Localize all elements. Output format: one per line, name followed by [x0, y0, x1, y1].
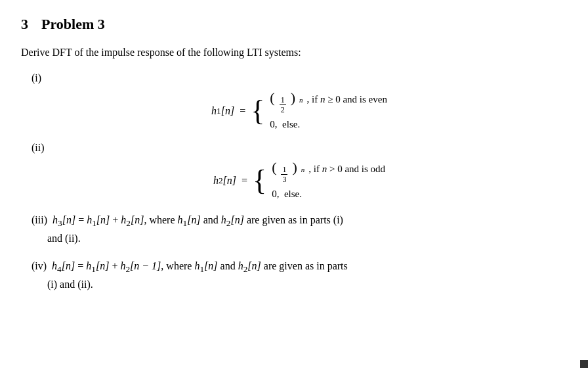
part-iii-arg1b: [n] [187, 214, 200, 225]
part-ii-case1-text: , if n > 0 and is odd [308, 162, 385, 176]
part-i-case2-text: 0, else. [270, 118, 300, 131]
part-i-paren-open: ( [270, 91, 274, 105]
part-iv-arg2a: [n − 1] [130, 260, 161, 271]
part-i-math-block: h1[n] = { (12)n, if n ≥ 0 and is even 0,… [32, 91, 567, 131]
part-iv-func-h4: h [52, 260, 57, 271]
part-iv-label: (iv) [32, 260, 49, 271]
part-ii-sub: 2 [219, 175, 223, 186]
part-i-cases: (12)n, if n ≥ 0 and is even 0, else. [270, 91, 387, 131]
part-ii-arg: [n] [223, 175, 236, 187]
part-ii-func: h [213, 175, 219, 187]
part-i-brace: { [251, 97, 264, 126]
part-iii-arg2a: [n] [131, 214, 144, 225]
part-iv-func-h2b: h [238, 260, 243, 271]
part-iii-label: (iii) [32, 214, 50, 225]
part-iii-sub3: 3 [58, 218, 62, 228]
part-iv-sub1a: 1 [91, 264, 96, 274]
part-i-sub: 1 [217, 106, 221, 116]
part-iii-sub2a: 2 [126, 218, 131, 228]
part-i-func: h [211, 105, 217, 117]
section-number: 3 [21, 16, 28, 33]
part-iv: (iv) h4[n] = h1[n] + h2[n − 1], where h1… [21, 258, 567, 293]
part-i-case1-text: , if n ≥ 0 and is even [307, 93, 387, 106]
part-i-brace-cases: { (12)n, if n ≥ 0 and is even 0, else. [251, 91, 387, 131]
part-ii-brace-cases: { (13)n, if n > 0 and is odd 0, else. [253, 160, 385, 201]
part-ii-case1: (13)n, if n > 0 and is odd [272, 160, 385, 185]
part-iii: (iii) h3[n] = h1[n] + h2[n], where h1[n]… [21, 212, 567, 247]
part-iii-sub1a: 1 [92, 218, 96, 228]
part-iii-arg1a: [n] [96, 214, 110, 225]
part-iii-func-h2b: h [221, 214, 226, 225]
part-ii-cases: (13)n, if n > 0 and is odd 0, else. [272, 160, 385, 201]
part-iv-sub4: 4 [57, 264, 62, 274]
part-i-equals: = [240, 105, 245, 117]
section-header: 3 Problem 3 [21, 16, 567, 33]
part-i: (i) h1[n] = { (12)n, if n ≥ 0 and is eve… [21, 72, 567, 131]
part-ii-paren-open: ( [272, 160, 276, 175]
part-i-exp: n [299, 95, 303, 105]
part-iii-func-h1b: h [178, 214, 183, 225]
part-ii: (ii) h2[n] = { (13)n, if n > 0 and is od… [21, 142, 567, 201]
part-ii-equals: = [242, 175, 247, 187]
part-i-case2: 0, else. [270, 118, 387, 131]
part-i-case1: (12)n, if n ≥ 0 and is even [270, 91, 387, 115]
part-i-fraction: 12 [280, 95, 286, 115]
part-i-paren-close: ) [291, 91, 295, 105]
corner-indicator [580, 360, 588, 368]
part-ii-content: h2[n] = { (13)n, if n > 0 and is odd 0, … [21, 160, 567, 201]
part-iii-content: (iii) h3[n] = h1[n] + h2[n], where h1[n]… [21, 212, 567, 247]
part-ii-exp: n [301, 165, 305, 175]
part-ii-label: (ii) [21, 142, 567, 154]
part-iv-arg4: [n] [62, 260, 75, 271]
part-ii-math-block: h2[n] = { (13)n, if n > 0 and is odd 0, … [32, 160, 567, 201]
part-iii-arg2b: [n] [230, 214, 243, 225]
part-iii-func-h3: h [52, 214, 58, 225]
part-iv-arg1b: [n] [204, 260, 217, 271]
part-i-content: h1[n] = { (12)n, if n ≥ 0 and is even 0,… [21, 91, 567, 131]
part-iv-arg2b: [n] [247, 260, 261, 271]
section-title: Problem 3 [41, 16, 105, 33]
part-iii-arg3: [n] [62, 214, 75, 225]
part-i-label: (i) [21, 72, 567, 84]
problem-intro: Derive DFT of the impulse response of th… [21, 45, 567, 60]
part-ii-paren-close: ) [292, 160, 297, 175]
part-ii-fraction: 13 [281, 165, 287, 185]
part-iii-func-h1a: h [87, 214, 92, 225]
part-i-arg: [n] [221, 105, 234, 117]
part-iv-arg1a: [n] [96, 260, 109, 271]
part-ii-brace: { [253, 166, 266, 195]
part-iv-content: (iv) h4[n] = h1[n] + h2[n − 1], where h1… [21, 258, 567, 293]
part-ii-case2: 0, else. [272, 187, 385, 201]
part-ii-case2-text: 0, else. [272, 187, 302, 201]
